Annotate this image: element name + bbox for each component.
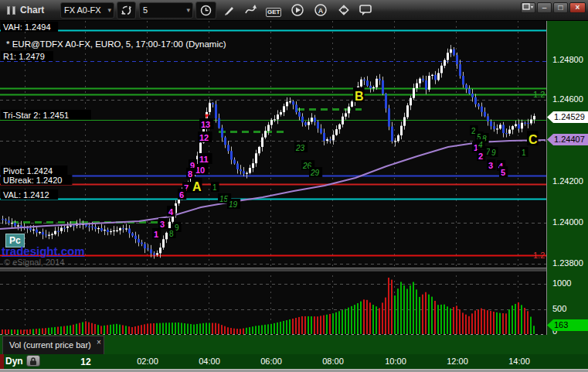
- volume-axis-label: 1000: [552, 278, 571, 288]
- chevron-down-icon: ▾: [186, 3, 190, 18]
- svg-text:1: 1: [212, 183, 217, 192]
- svg-text:4: 4: [478, 141, 483, 149]
- window-bottom-edge: [0, 369, 588, 372]
- svg-text:* EUR@TDFX A0-FX, EURO, 5, 17:: * EUR@TDFX A0-FX, EURO, 5, 17:00-17:00 (…: [6, 39, 226, 49]
- svg-text:29: 29: [310, 169, 320, 177]
- price-axis-label: 1.24600: [552, 94, 583, 104]
- time-axis-label: 10:00: [379, 357, 413, 366]
- restore-window-icon: [522, 3, 534, 12]
- play-icon: [291, 3, 304, 17]
- svg-text:23: 23: [295, 144, 305, 152]
- window-close-button[interactable]: ×: [569, 2, 586, 13]
- svg-text:9: 9: [491, 148, 496, 157]
- time-axis-label: 06:00: [254, 357, 288, 366]
- svg-text:6: 6: [179, 190, 184, 200]
- svg-text:3: 3: [160, 220, 165, 229]
- time-axis-label: 12: [69, 357, 103, 367]
- svg-text:R1: 1.2479: R1: 1.2479: [3, 52, 45, 61]
- price-axis-label: 1.24000: [552, 217, 583, 227]
- svg-text:12: 12: [199, 133, 209, 142]
- price-tag: 1.24407: [547, 134, 588, 145]
- svg-text:VAH: 1.2494: VAH: 1.2494: [3, 22, 51, 32]
- close-icon[interactable]: ×: [97, 334, 101, 351]
- alert-tool-button[interactable]: [337, 3, 352, 17]
- plot-background: [0, 21, 546, 335]
- svg-text:1: 1: [522, 148, 526, 157]
- lock-icon: [29, 357, 38, 366]
- curve-arrow-icon: [244, 3, 258, 17]
- interval-dropdown[interactable]: 5 ▾: [139, 2, 193, 19]
- play-button[interactable]: [291, 3, 306, 17]
- window-title: Chart: [20, 5, 44, 15]
- gear-icon: [120, 4, 133, 17]
- price-axis-label: 1.24200: [552, 176, 583, 186]
- auto-button[interactable]: A: [314, 3, 329, 17]
- speech-bubble-icon: [359, 3, 373, 17]
- svg-text:A: A: [192, 180, 202, 193]
- svg-text:VAL: 1.2412: VAL: 1.2412: [3, 190, 49, 200]
- time-axis-bar: Dyn 1202:0004:0006:0008:0010:0012:0014:0…: [0, 354, 588, 369]
- volume-tab-label: Vol (current price bar): [9, 340, 91, 350]
- time-axis-label: 08:00: [316, 357, 350, 366]
- interval-dropdown-value: 5: [143, 5, 148, 15]
- svg-text:8: 8: [188, 169, 192, 179]
- tradesight-watermark[interactable]: tradesight.com: [2, 244, 85, 258]
- svg-text:2: 2: [478, 152, 483, 161]
- price-tag: 1.24529: [547, 111, 588, 123]
- symbol-dropdown-value: FX A0-FX: [64, 5, 101, 15]
- svg-text:19: 19: [229, 200, 238, 209]
- window-restore-button[interactable]: [521, 2, 535, 13]
- comment-tool-button[interactable]: [359, 3, 374, 17]
- svg-text:B: B: [355, 90, 364, 103]
- esignal-copyright: © eSignal, 2014: [4, 258, 64, 267]
- pencil-icon: [223, 3, 236, 17]
- svg-text:UBreak: 1.2420: UBreak: 1.2420: [3, 176, 62, 185]
- svg-text:15: 15: [219, 195, 229, 203]
- diamond-arrows-icon: [337, 3, 351, 17]
- price-axis-label: 1.24800: [552, 55, 583, 64]
- window-minimize-button[interactable]: –: [537, 2, 552, 13]
- svg-text:1.2: 1.2: [533, 90, 545, 99]
- svg-text:1.2: 1.2: [533, 251, 545, 260]
- svg-text:A: A: [318, 7, 324, 15]
- letter-a-circle-icon: A: [314, 3, 328, 17]
- lock-scale-button[interactable]: [26, 355, 40, 367]
- dyn-mode-label: Dyn: [5, 356, 23, 367]
- svg-text:11: 11: [199, 155, 209, 164]
- status-corner-marker: [0, 354, 4, 369]
- price-axis-label: 1.23800: [552, 258, 583, 268]
- price-chart-canvas[interactable]: VAH: 1.2494R1: 1.24791.2Tri-Star 2: 1.24…: [0, 21, 546, 335]
- window-maximize-button[interactable]: □: [553, 2, 568, 13]
- time-template-button[interactable]: [195, 2, 216, 19]
- get-label: GET: [266, 8, 281, 17]
- svg-text:8: 8: [169, 230, 174, 238]
- symbol-dropdown[interactable]: FX A0-FX ▾: [60, 2, 114, 19]
- indicator-tab-row: Vol (current price bar) ×: [0, 335, 588, 354]
- svg-text:1: 1: [154, 230, 158, 239]
- svg-text:Tri-Star 2: 1.2451: Tri-Star 2: 1.2451: [3, 111, 69, 120]
- volume-axis-label: 500: [552, 304, 566, 313]
- time-axis-label: 04:00: [192, 357, 226, 366]
- svg-text:C: C: [529, 133, 538, 146]
- window-panels-icon: [7, 6, 16, 15]
- clock-icon: [199, 4, 212, 17]
- price-axis[interactable]: 1.248001.246001.242001.240001.2380010005…: [546, 21, 588, 335]
- volume-tag: 163: [547, 319, 588, 331]
- svg-text:3: 3: [488, 161, 493, 170]
- svg-text:5: 5: [501, 168, 505, 177]
- time-axis-label: 12:00: [440, 357, 474, 366]
- svg-text:13: 13: [201, 120, 210, 129]
- tab-volume-study[interactable]: Vol (current price bar) ×: [2, 336, 104, 354]
- time-axis-label: 14:00: [502, 357, 536, 366]
- chart-window: Chart FX A0-FX ▾ 5 ▾: [0, 0, 588, 372]
- get-data-button[interactable]: GET: [266, 3, 286, 17]
- svg-text:Pivot: 1.2424: Pivot: 1.2424: [3, 166, 53, 176]
- draw-tool-button[interactable]: [223, 3, 238, 17]
- time-axis-label: 02:00: [131, 357, 165, 366]
- toolbar: Chart FX A0-FX ▾ 5 ▾: [0, 0, 588, 21]
- trendline-tool-button[interactable]: [244, 3, 260, 17]
- svg-text:4: 4: [168, 207, 174, 217]
- chevron-down-icon: ▾: [107, 3, 111, 18]
- symbol-settings-button[interactable]: [117, 2, 136, 19]
